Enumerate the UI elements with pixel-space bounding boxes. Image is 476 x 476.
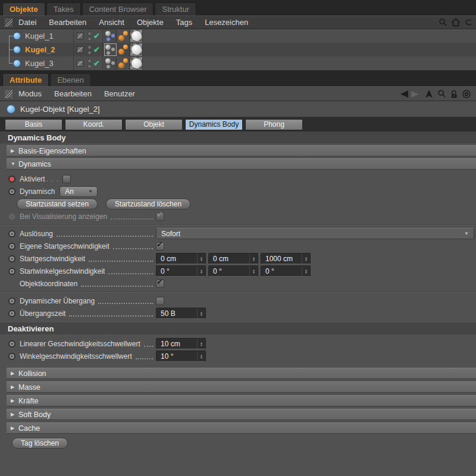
startwinkel-x-field[interactable]: 0 °▲▼ [156,265,206,277]
rigid-body-tag-icon[interactable] [117,43,130,56]
layer-icon[interactable] [77,46,83,53]
menu-tags[interactable]: Tags [176,18,192,27]
startwinkel-y-field[interactable]: 0 °▲▼ [208,265,258,277]
keyframe-circle[interactable] [8,230,15,237]
menu-bearbeiten[interactable]: Bearbeiten [49,18,86,27]
clipped-icon[interactable] [464,18,471,27]
search-icon[interactable] [439,18,447,27]
bei-visualisierung-checkbox[interactable]: ✔ [156,212,164,221]
keyframe-circle[interactable] [8,243,15,250]
menu-ansicht[interactable]: Ansicht [99,18,124,27]
enabled-check-icon[interactable]: ✔ [93,59,100,68]
material-tag-icon[interactable] [130,57,143,70]
collapse-arrow-icon[interactable]: ▶ [11,148,15,154]
startgeschwindigkeit-z-field[interactable]: 1000 cm▲▼ [261,253,311,264]
panel-grip-icon[interactable] [5,18,12,27]
object-row-kugel3[interactable]: Kugel_3 ✔ [0,57,476,70]
tab-objekte[interactable]: Objekte [2,2,45,15]
eigene-startgeschwindigkeit-checkbox[interactable]: ✔ [156,242,164,250]
menu-objekte[interactable]: Objekte [137,18,164,27]
rigid-body-tag-icon[interactable] [117,30,130,42]
target-icon[interactable] [462,89,471,99]
search-icon[interactable] [437,89,446,98]
section-basis-eigenschaften[interactable]: ▶ Basis-Eigenschaften [7,145,476,156]
object-name[interactable]: Kugel_2 [25,45,55,54]
visibility-dots[interactable] [87,45,92,55]
section-kollision[interactable]: ▶ Kollision [7,368,476,379]
layer-icon[interactable] [77,33,83,39]
home-icon[interactable] [451,18,461,27]
layer-icon[interactable] [77,60,83,67]
stepper[interactable]: ▲▼ [197,351,205,361]
tab-basis[interactable]: Basis [5,119,62,130]
collapse-arrow-icon[interactable]: ▼ [11,161,15,167]
up-arrow-icon[interactable] [424,89,434,99]
keyframe-circle[interactable] [8,310,15,317]
keyframe-circle[interactable] [8,188,15,195]
object-row-kugel1[interactable]: Kugel_1 ✔ [0,29,476,43]
linearer-schwellwert-field[interactable]: 10 cm▲▼ [156,338,206,349]
collapse-arrow-icon[interactable]: ▶ [11,412,15,417]
object-name[interactable]: Kugel_1 [25,32,54,40]
dynamics-tag-icon[interactable] [104,30,117,42]
tab-koord[interactable]: Koord. [65,119,123,130]
panel-grip-icon[interactable] [5,90,12,98]
stepper[interactable]: ▲▼ [249,266,258,276]
menu-bearbeiten[interactable]: Bearbeiten [54,89,92,98]
section-cache[interactable]: ▶ Cache [7,422,476,434]
enabled-check-icon[interactable]: ✔ [93,45,100,54]
uebergangszeit-field[interactable]: 50 B▲▼ [156,308,206,319]
tab-struktur[interactable]: Struktur [155,2,196,15]
visibility-dots[interactable] [87,59,92,68]
startgeschwindigkeit-x-field[interactable]: 0 cm▲▼ [156,253,206,264]
stepper[interactable]: ▲▼ [197,266,205,276]
menu-lesezeichen[interactable]: Lesezeichen [205,18,248,27]
menu-benutzer[interactable]: Benutzer [104,89,135,98]
startgeschwindigkeit-y-field[interactable]: 0 cm▲▼ [208,253,258,264]
rigid-body-tag-icon[interactable] [117,57,130,70]
collapse-arrow-icon[interactable]: ▶ [11,398,15,403]
tab-phong[interactable]: Phong [245,119,303,130]
section-masse[interactable]: ▶ Masse [7,381,476,393]
dynamisch-dropdown[interactable]: An ▼ [60,186,98,197]
stepper[interactable]: ▲▼ [302,266,310,276]
tab-takes[interactable]: Takes [46,2,81,15]
keyframe-circle[interactable] [8,298,15,305]
collapse-arrow-icon[interactable]: ▶ [11,371,15,376]
stepper[interactable]: ▲▼ [197,308,205,318]
lock-open-icon[interactable] [450,89,458,99]
visibility-dots[interactable] [87,32,92,41]
startzustand-setzen-button[interactable]: Startzustand setzen [17,199,98,209]
history-back-forward-icon[interactable] [399,89,421,99]
collapse-arrow-icon[interactable]: ▶ [11,384,15,390]
dynamics-tag-icon-selected[interactable] [104,43,117,56]
tab-attribute[interactable]: Attribute [2,73,49,86]
material-tag-icon[interactable] [130,30,143,42]
enabled-check-icon[interactable]: ✔ [93,32,100,40]
menu-datei[interactable]: Datei [18,18,36,27]
object-row-kugel2[interactable]: Kugel_2 ✔ [0,43,476,57]
objektkoordinaten-checkbox[interactable]: ✔ [156,280,164,288]
tab-content-browser[interactable]: Content Browser [82,2,154,15]
material-tag-icon[interactable] [130,43,143,56]
stepper[interactable]: ▲▼ [302,253,310,264]
tag-loeschen-button[interactable]: Tag löschen [12,438,68,449]
tab-ebenen[interactable]: Ebenen [50,73,91,86]
object-name[interactable]: Kugel_3 [25,59,54,68]
section-soft-body[interactable]: ▶ Soft Body [7,409,476,420]
winkel-schwellwert-field[interactable]: 10 °▲▼ [156,350,206,362]
keyframe-circle-red[interactable] [8,176,15,183]
startzustand-loeschen-button[interactable]: Startzustand löschen [106,199,190,209]
stepper[interactable]: ▲▼ [197,339,205,349]
section-dynamics[interactable]: ▼ Dynamics [7,158,476,170]
aktiviert-checkbox[interactable] [62,175,71,183]
dynamischer-uebergang-checkbox[interactable] [156,297,164,305]
keyframe-circle[interactable] [8,353,15,360]
dynamics-tag-icon[interactable] [104,57,117,70]
menu-modus[interactable]: Modus [18,89,42,98]
keyframe-circle[interactable] [8,255,15,262]
tab-dynamics-body[interactable]: Dynamics Body [185,119,243,130]
tab-objekt[interactable]: Objekt [125,119,183,130]
stepper[interactable]: ▲▼ [249,253,258,264]
keyframe-circle[interactable] [8,340,15,347]
